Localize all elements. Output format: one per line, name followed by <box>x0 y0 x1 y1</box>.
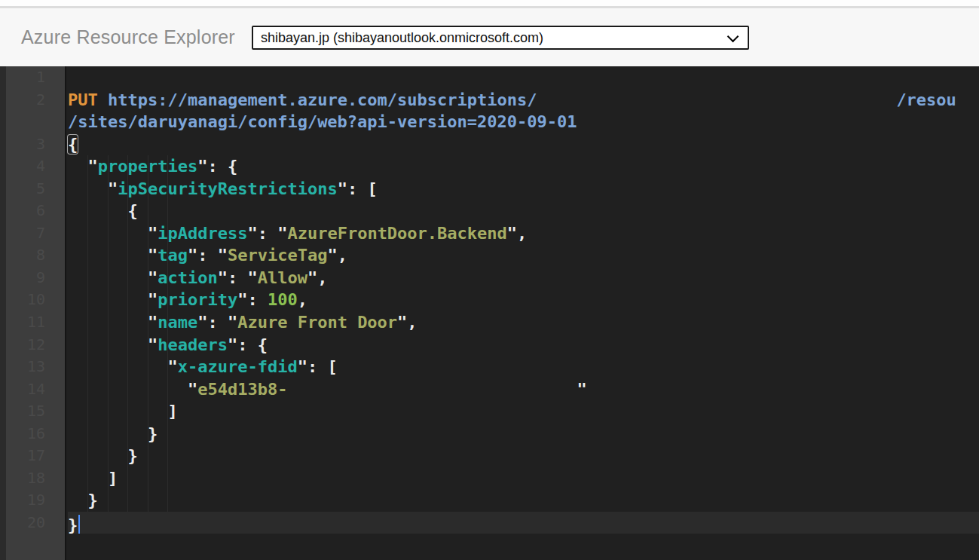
text-cursor <box>78 515 80 534</box>
code-token: " <box>68 179 118 198</box>
code-line[interactable]: } <box>68 445 979 467</box>
code-line[interactable]: } <box>68 489 979 512</box>
code-token: ", <box>507 224 528 243</box>
line-number[interactable]: 9 <box>6 267 65 289</box>
code-line[interactable]: "x-azure-fdid": [ <box>68 356 979 378</box>
code-area[interactable]: PUT https://management.azure.com/subscri… <box>66 66 979 560</box>
line-number[interactable]: 3 <box>6 133 65 156</box>
code-token: " <box>68 335 158 354</box>
code-token: , <box>298 290 307 309</box>
redacted-gap <box>287 380 577 399</box>
code-line[interactable]: { <box>68 200 979 222</box>
code-token: ": <box>237 290 268 309</box>
code-token: ", <box>327 246 347 265</box>
code-line[interactable]: "action": "Allow", <box>68 267 979 289</box>
tenant-select-wrap: shibayan.jp (shibayanoutlook.onmicrosoft… <box>252 26 749 50</box>
line-number[interactable]: 1 <box>6 66 65 89</box>
line-number[interactable]: 12 <box>6 334 65 357</box>
code-token: ] <box>68 402 178 421</box>
code-token: " <box>68 246 158 265</box>
line-number[interactable]: 8 <box>6 244 65 267</box>
gutter[interactable]: 1234567891011121314151617181920 <box>6 66 65 560</box>
code-line[interactable]: "name": "Azure Front Door", <box>68 311 979 334</box>
line-number[interactable] <box>6 111 65 133</box>
line-number[interactable]: 13 <box>6 356 65 378</box>
line-number[interactable]: 7 <box>6 222 65 245</box>
code-line[interactable]: "priority": 100, <box>68 289 979 311</box>
code-line[interactable]: ] <box>68 400 979 423</box>
page: Azure Resource Explorer shibayan.jp (shi… <box>0 0 979 560</box>
code-token: } <box>68 491 98 510</box>
code-line[interactable]: } <box>68 423 979 445</box>
code-token: ", <box>397 313 418 332</box>
code-token: " <box>68 224 158 243</box>
code-token: " <box>68 290 158 309</box>
code-line[interactable]: "e54d13b8- " <box>68 378 979 401</box>
code-token: ": " <box>197 313 237 332</box>
code-token: ": " <box>218 268 258 287</box>
top-strip <box>0 0 979 6</box>
page-title: Azure Resource Explorer <box>21 26 235 48</box>
code-token: ": " <box>188 246 228 265</box>
code-line[interactable]: "tag": "ServiceTag", <box>68 244 979 267</box>
code-line[interactable]: /sites/daruyanagi/config/web?api-version… <box>68 111 979 133</box>
code-token: ": [ <box>298 357 338 376</box>
code-token: ": " <box>247 224 287 243</box>
line-number[interactable]: 4 <box>6 155 65 178</box>
code-token: } <box>68 424 158 443</box>
code-line[interactable]: "ipAddress": "AzureFrontDoor.Backend", <box>68 222 979 245</box>
code-token: { <box>68 201 138 220</box>
code-line[interactable]: } <box>68 512 979 534</box>
code-token: ", <box>307 268 328 287</box>
code-token: AzureFrontDoor.Backend <box>287 224 506 243</box>
line-number[interactable]: 20 <box>6 512 65 534</box>
header: Azure Resource Explorer shibayan.jp (shi… <box>0 8 979 66</box>
code-token: x-azure-fdid <box>178 357 298 376</box>
code-token: Azure Front Door <box>237 313 397 332</box>
redacted-gap <box>537 90 897 109</box>
line-number[interactable]: 19 <box>6 489 65 512</box>
code-token: ": { <box>197 157 237 176</box>
code-line[interactable] <box>68 66 979 89</box>
code-token: name <box>158 313 197 332</box>
code-token: { <box>68 135 78 154</box>
code-token: " <box>577 380 587 399</box>
code-token: " <box>68 157 98 176</box>
line-number[interactable]: 15 <box>6 400 65 423</box>
line-number[interactable]: 6 <box>6 200 65 222</box>
line-number[interactable]: 10 <box>6 289 65 311</box>
line-number[interactable]: 5 <box>6 178 65 200</box>
code-token: ServiceTag <box>228 246 327 265</box>
code-token: " <box>68 268 158 287</box>
tenant-select[interactable]: shibayan.jp (shibayanoutlook.onmicrosoft… <box>252 26 749 50</box>
code-line[interactable]: ] <box>68 467 979 490</box>
line-number[interactable]: 2 <box>6 89 65 112</box>
code-token: https://management.azure.com/subscriptio… <box>98 90 537 109</box>
code-token: tag <box>158 246 188 265</box>
line-number[interactable]: 11 <box>6 311 65 334</box>
code-token: ipAddress <box>158 224 247 243</box>
code-token: /sites/daruyanagi/config/web?api-version… <box>68 112 577 131</box>
code-token: properties <box>98 157 197 176</box>
code-token: " <box>68 313 158 332</box>
code-token: priority <box>158 290 237 309</box>
code-token: action <box>158 268 217 287</box>
code-line[interactable]: "headers": { <box>68 334 979 357</box>
code-token: headers <box>158 335 228 354</box>
code-line[interactable]: "ipSecurityRestrictions": [ <box>68 178 979 200</box>
code-token: e54d13b8- <box>197 380 287 399</box>
code-line[interactable]: { <box>68 133 979 156</box>
code-token: " <box>68 380 197 399</box>
line-number[interactable]: 14 <box>6 378 65 401</box>
code-token: Allow <box>258 268 307 287</box>
line-number[interactable]: 18 <box>6 467 65 490</box>
code-line[interactable]: "properties": { <box>68 155 979 178</box>
code-token: " <box>68 357 178 376</box>
code-token: PUT <box>68 90 98 109</box>
code-token: } <box>68 446 138 465</box>
code-token: } <box>68 516 78 534</box>
line-number[interactable]: 17 <box>6 445 65 467</box>
code-editor[interactable]: 1234567891011121314151617181920 PUT http… <box>0 66 979 560</box>
line-number[interactable]: 16 <box>6 423 65 445</box>
code-line[interactable]: PUT https://management.azure.com/subscri… <box>68 89 979 112</box>
